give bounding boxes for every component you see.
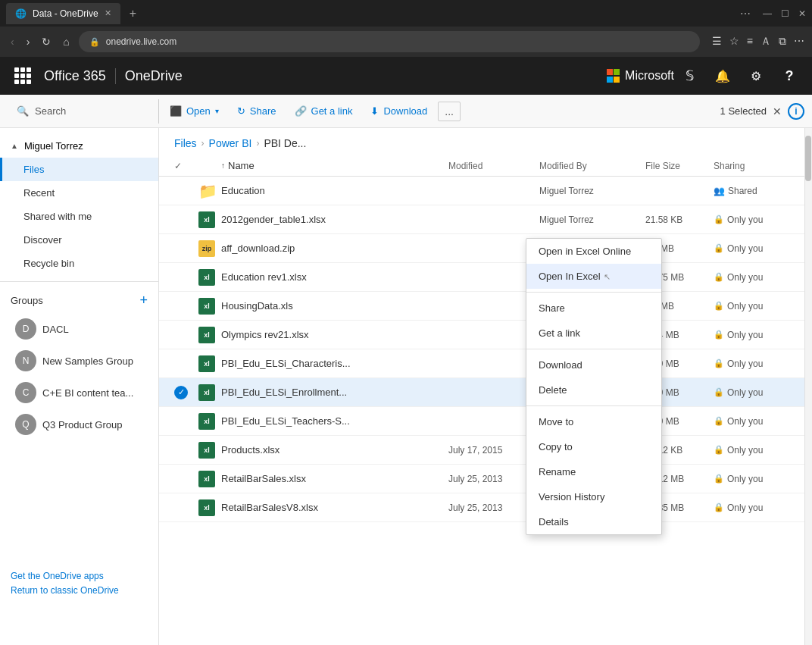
minimize-button[interactable]: —: [763, 8, 772, 19]
file-icon-cell: xl: [198, 442, 221, 459]
context-menu-item-move-to[interactable]: Move to: [526, 409, 661, 434]
refresh-button[interactable]: ↻: [39, 33, 54, 51]
table-row[interactable]: zip aff_download.zip Miguel Torrez 1.5 M…: [159, 234, 812, 263]
sharing-lock-icon: 🔒: [714, 330, 724, 340]
context-menu-item-rename[interactable]: Rename: [526, 459, 661, 484]
header-modified-by[interactable]: Modified By: [539, 161, 645, 171]
group-item-q3product[interactable]: Q Q3 Product Group: [0, 409, 158, 440]
maximize-button[interactable]: ☐: [781, 8, 789, 19]
skype-icon: 𝕊: [686, 67, 694, 84]
sidebar-item-recent[interactable]: Recent: [0, 181, 158, 205]
new-tab-button[interactable]: +: [130, 7, 136, 20]
table-row[interactable]: xl HousingData.xls Miguel Torrez 1.6 MB …: [159, 292, 812, 321]
group-item-dacl[interactable]: D DACL: [0, 313, 158, 345]
deselect-button[interactable]: ✕: [773, 105, 782, 117]
share-button[interactable]: ↻ Share: [230, 99, 284, 124]
sharing-lock-icon: 🔒: [714, 243, 724, 253]
context-menu-item-copy-to[interactable]: Copy to: [526, 434, 661, 459]
table-row[interactable]: 📁 Education Miguel Torrez 👥Shared: [159, 177, 812, 205]
context-menu-item-version-history[interactable]: Version History: [526, 484, 661, 509]
sharing-lock-icon: 🔒: [714, 445, 724, 455]
classic-link[interactable]: Return to classic OneDrive: [11, 584, 148, 597]
notifications-button[interactable]: 🔔: [707, 57, 738, 95]
sidebar-item-discover[interactable]: Discover: [0, 228, 158, 252]
settings-button[interactable]: ⚙: [741, 57, 771, 95]
context-menu-item-download[interactable]: Download: [526, 352, 661, 377]
table-row[interactable]: xl RetailBarSales.xlsx July 25, 2013 Mig…: [159, 465, 812, 493]
tab-close-button[interactable]: ✕: [105, 8, 111, 18]
context-menu-item-open-in-excel-online[interactable]: Open in Excel Online: [526, 239, 661, 264]
file-rows-container: 📁 Education Miguel Torrez 👥Shared xl 201…: [159, 177, 812, 522]
add-group-button[interactable]: +: [139, 293, 148, 308]
table-row[interactable]: xl Products.xlsx July 17, 2015 Miguel To…: [159, 436, 812, 465]
group-item-newsamples[interactable]: N New Samples Group: [0, 345, 158, 377]
header-file-size[interactable]: File Size: [645, 161, 714, 171]
header-modified[interactable]: Modified: [448, 161, 539, 171]
sidebar-item-files[interactable]: Files: [0, 158, 158, 181]
context-menu-item-share[interactable]: Share: [526, 296, 661, 321]
file-sharing: 🔒Only you: [714, 330, 797, 340]
extensions-icon[interactable]: ⋯: [740, 8, 751, 20]
table-row[interactable]: xl Education rev1.xlsx Miguel Torrez 32.…: [159, 263, 812, 292]
file-sharing: 🔒Only you: [714, 503, 797, 513]
scrollbar-track[interactable]: [804, 128, 812, 645]
breadcrumb: Files › Power BI › PBI De...: [159, 128, 812, 155]
breadcrumb-powerbi[interactable]: Power BI: [209, 137, 252, 149]
table-row[interactable]: xl Olympics rev21.xlsx Miguel Torrez 2.8…: [159, 321, 812, 349]
office365-label[interactable]: Office 365: [44, 68, 116, 84]
xlsx-icon: xl: [198, 211, 215, 228]
close-button[interactable]: ✕: [798, 8, 806, 19]
open-button[interactable]: ⬛ Open ▾: [162, 99, 226, 124]
xlsx-icon: xl: [198, 269, 215, 286]
context-menu-item-details[interactable]: Details: [526, 509, 661, 534]
context-menu-item-get-a-link[interactable]: Get a link: [526, 321, 661, 346]
skype-button[interactable]: 𝕊: [674, 57, 704, 95]
header-sharing[interactable]: Sharing: [714, 161, 797, 171]
bookmarks-icon[interactable]: ☰: [712, 35, 722, 49]
scrollbar-thumb[interactable]: [805, 136, 811, 181]
forward-button[interactable]: ›: [23, 33, 33, 51]
waffle-button[interactable]: [8, 57, 38, 95]
home-button[interactable]: ⌂: [60, 33, 72, 51]
more-options-button[interactable]: ...: [438, 102, 461, 121]
info-button[interactable]: i: [788, 103, 804, 120]
star-icon[interactable]: ☆: [729, 35, 739, 49]
get-link-button[interactable]: 🔗 Get a link: [287, 99, 361, 124]
app-header: Office 365 OneDrive Microsoft 𝕊 🔔 ⚙ ?: [0, 57, 812, 95]
header-name[interactable]: ↑ Name: [221, 160, 448, 171]
sidebar-user[interactable]: ▲ Miguel Torrez: [0, 134, 158, 158]
sidebar-item-recycle[interactable]: Recycle bin: [0, 252, 158, 275]
context-menu-item-delete[interactable]: Delete: [526, 377, 661, 402]
more-btn[interactable]: ⋯: [794, 35, 804, 49]
back-button[interactable]: ‹: [8, 33, 17, 51]
table-row[interactable]: xl 2012gender_table1.xlsx Miguel Torrez …: [159, 205, 812, 234]
table-row[interactable]: xl PBI_Edu_ELSi_Characteris... Miguel To…: [159, 349, 812, 378]
help-button[interactable]: ?: [774, 57, 804, 95]
xlsx-icon: xl: [198, 327, 215, 343]
group-item-cebi[interactable]: C C+E BI content tea...: [0, 377, 158, 409]
breadcrumb-files[interactable]: Files: [174, 137, 197, 149]
address-bar[interactable]: 🔒 onedrive.live.com: [79, 31, 700, 52]
table-row[interactable]: ✓ xl PBI_Edu_ELSi_Enrollment... Miguel T…: [159, 378, 812, 407]
sidebar-divider: [0, 281, 158, 282]
table-row[interactable]: xl RetailBarSalesV8.xlsx July 25, 2013 M…: [159, 493, 812, 522]
extensions-btn[interactable]: ⧉: [779, 35, 786, 49]
groups-section-header[interactable]: Groups +: [0, 288, 158, 313]
browser-tab[interactable]: 🌐 Data - OneDrive ✕: [6, 3, 120, 24]
file-check-cell[interactable]: ✓: [174, 386, 198, 399]
sidebar-item-shared[interactable]: Shared with me: [0, 205, 158, 228]
sharing-text: Only you: [727, 359, 763, 369]
menu-icon[interactable]: ≡: [747, 35, 753, 49]
context-menu-item-open-in-excel[interactable]: Open In Excel↖: [526, 264, 661, 289]
header-check[interactable]: ✓: [174, 161, 198, 171]
onedrive-label[interactable]: OneDrive: [125, 68, 183, 84]
sharing-text: Shared: [728, 186, 757, 196]
download-toolbar-button[interactable]: ⬇ Download: [363, 99, 435, 124]
sidebar: ▲ Miguel Torrez Files Recent Shared with…: [0, 128, 159, 645]
table-row[interactable]: xl PBI_Edu_ELSi_Teachers-S... Miguel Tor…: [159, 407, 812, 436]
sharing-text: Only you: [727, 416, 763, 427]
search-button[interactable]: 🔍 Search: [8, 99, 159, 124]
get-apps-link[interactable]: Get the OneDrive apps: [11, 571, 148, 581]
read-mode-icon[interactable]: Ａ: [760, 35, 771, 49]
sharing-lock-icon: 🔒: [714, 272, 724, 282]
